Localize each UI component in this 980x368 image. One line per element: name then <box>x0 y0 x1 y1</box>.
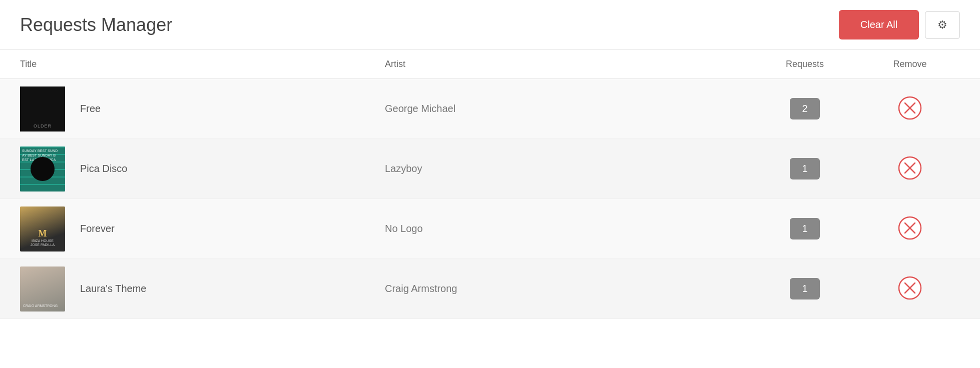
table-header-row: Title Artist Requests Remove <box>0 50 980 79</box>
table-row: CRAIG ARMSTRONG Laura's Theme Craig Arms… <box>0 259 980 319</box>
song-title: Free <box>80 103 101 114</box>
album-art-pica: SUNDAY BEST SUNDAY BEST SUNDAY BEST LAZY… <box>20 146 65 192</box>
column-title: Title <box>20 59 385 70</box>
album-art-forever: M IBIZA HOUSEJOSÉ PADILLA <box>20 206 65 252</box>
clear-all-button[interactable]: Clear All <box>839 10 919 40</box>
remove-cell <box>860 216 960 242</box>
remove-icon <box>897 96 922 120</box>
artist-cell: Craig Armstrong <box>385 283 750 294</box>
remove-cell <box>860 156 960 182</box>
column-requests: Requests <box>750 59 860 70</box>
page-header: Requests Manager Clear All ⚙ <box>0 0 980 50</box>
remove-cell <box>860 96 960 122</box>
art-label: OLDER <box>34 124 52 128</box>
requests-cell: 1 <box>750 158 860 180</box>
remove-cell <box>860 276 960 302</box>
requests-cell: 1 <box>750 218 860 240</box>
remove-icon <box>897 276 922 300</box>
album-art-free: OLDER <box>20 86 65 132</box>
song-title: Pica Disco <box>80 163 127 174</box>
requests-table: Title Artist Requests Remove OLDER Free … <box>0 50 980 319</box>
title-cell: M IBIZA HOUSEJOSÉ PADILLA Forever <box>20 206 385 252</box>
artist-cell: No Logo <box>385 223 750 234</box>
table-row: SUNDAY BEST SUNDAY BEST SUNDAY BEST LAZY… <box>0 139 980 199</box>
remove-button[interactable] <box>897 96 922 122</box>
requests-badge: 1 <box>790 218 820 240</box>
remove-button[interactable] <box>897 276 922 302</box>
album-art-laura: CRAIG ARMSTRONG <box>20 266 65 312</box>
title-cell: SUNDAY BEST SUNDAY BEST SUNDAY BEST LAZY… <box>20 146 385 192</box>
requests-cell: 1 <box>750 278 860 300</box>
table-row: M IBIZA HOUSEJOSÉ PADILLA Forever No Log… <box>0 199 980 259</box>
title-cell: CRAIG ARMSTRONG Laura's Theme <box>20 266 385 312</box>
remove-button[interactable] <box>897 216 922 242</box>
settings-button[interactable]: ⚙ <box>925 11 960 39</box>
requests-cell: 2 <box>750 98 860 120</box>
remove-icon <box>897 216 922 240</box>
page-title: Requests Manager <box>20 14 172 36</box>
requests-badge: 1 <box>790 278 820 300</box>
header-actions: Clear All ⚙ <box>839 10 960 40</box>
requests-badge: 1 <box>790 158 820 180</box>
column-remove: Remove <box>860 59 960 70</box>
artist-cell: George Michael <box>385 103 750 114</box>
title-cell: OLDER Free <box>20 86 385 132</box>
table-row: OLDER Free George Michael 2 <box>0 79 980 139</box>
artist-cell: Lazyboy <box>385 163 750 174</box>
remove-icon <box>897 156 922 180</box>
gear-icon: ⚙ <box>937 18 947 32</box>
song-title: Laura's Theme <box>80 283 146 294</box>
remove-button[interactable] <box>897 156 922 182</box>
column-artist: Artist <box>385 59 750 70</box>
song-title: Forever <box>80 223 115 234</box>
requests-badge: 2 <box>790 98 820 120</box>
